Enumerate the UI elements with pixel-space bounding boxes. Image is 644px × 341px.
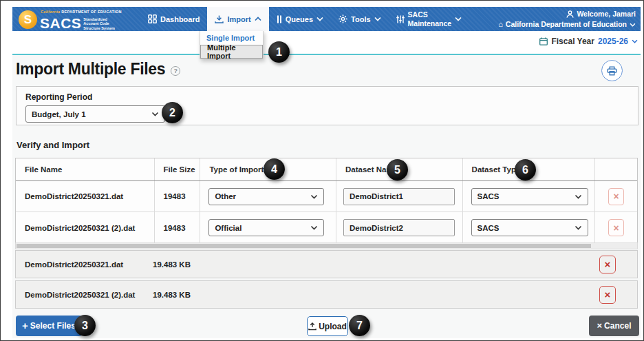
calendar-icon: [539, 37, 548, 45]
scrollbar-thumb[interactable]: [17, 244, 591, 248]
nav-sacs-maintenance-label: SACS Maintenance: [408, 10, 452, 27]
reporting-period-select[interactable]: Budget, July 1: [25, 105, 165, 123]
close-icon: ×: [605, 259, 611, 269]
type-of-import-value: Other: [215, 192, 236, 200]
actions-cell: ×: [595, 181, 637, 211]
menu-item-single-import[interactable]: Single Import: [200, 31, 263, 45]
multiple-import-label: Multiple Import: [207, 43, 256, 60]
person-icon: [566, 10, 574, 18]
user-block: Welcome, Jamari ⌂ California Department …: [498, 9, 636, 30]
callout-badge-7: 7: [349, 315, 370, 336]
selected-file-row: DemoDistrict20250321 (2).dat 19.483 KB ×: [15, 280, 638, 309]
welcome-text: Welcome, Jamari: [577, 9, 636, 19]
logo-subtitle-line1: Standardized: [83, 17, 115, 22]
tagline-rest: DEPARTMENT OF EDUCATION: [61, 10, 122, 14]
upload-button[interactable]: Upload: [307, 316, 348, 336]
dataset-type-select[interactable]: SACS: [471, 188, 588, 205]
actions-cell: ×: [595, 212, 637, 243]
print-button[interactable]: [601, 60, 623, 81]
nav-import-label: Import: [227, 15, 250, 23]
dataset-type-select[interactable]: SACS: [471, 219, 588, 236]
chevron-up-icon: [255, 17, 261, 21]
remove-file-button[interactable]: ×: [599, 286, 616, 304]
close-icon: ×: [613, 192, 619, 201]
dataset-name-input[interactable]: [343, 219, 455, 236]
nav-sacs-maintenance[interactable]: SACS Maintenance: [389, 7, 470, 31]
chevron-down-icon: [310, 225, 318, 230]
page-header: Import Multiple Files ?: [16, 60, 180, 79]
dataset-type-value: SACS: [477, 192, 500, 200]
tagline-brand: California: [41, 10, 60, 14]
file-size-cell: 19483: [155, 181, 201, 211]
maintenance-line1: SACS: [408, 10, 452, 19]
nav-queues[interactable]: Queues: [269, 7, 331, 31]
dataset-name-input[interactable]: [343, 188, 455, 205]
plus-icon: +: [22, 320, 28, 331]
close-icon: ×: [605, 289, 611, 300]
chevron-down-icon: [632, 39, 638, 43]
callout-badge-3: 3: [74, 315, 96, 336]
logo-tagline: California DEPARTMENT OF EDUCATION: [41, 10, 122, 14]
callout-badge-1: 1: [268, 41, 290, 63]
chevron-down-icon: [575, 225, 582, 230]
nav-dashboard[interactable]: Dashboard: [140, 7, 207, 31]
chevron-down-icon: [455, 17, 462, 21]
selected-file-name: DemoDistrict20250321.dat: [25, 260, 153, 269]
cancel-button[interactable]: × Cancel: [589, 316, 639, 336]
nav-dashboard-label: Dashboard: [160, 15, 200, 23]
chevron-down-icon: [310, 194, 318, 199]
printer-icon: [607, 66, 617, 76]
logo-subtitle: Standardized Account Code Structure Syst…: [83, 17, 115, 32]
close-icon: ×: [613, 223, 619, 233]
dataset-type-cell: SACS: [463, 212, 596, 243]
close-icon: ×: [597, 321, 603, 330]
gear-icon: [339, 14, 347, 23]
dataset-name-cell: [336, 181, 463, 211]
col-file-name: File Name: [16, 158, 155, 180]
selected-file-row: DemoDistrict20250321.dat 19.483 KB ×: [15, 250, 638, 278]
dashboard-grid-icon: [148, 14, 157, 23]
sliders-icon: [396, 15, 405, 23]
welcome-row: Welcome, Jamari: [498, 9, 636, 19]
type-of-import-select[interactable]: Other: [208, 188, 324, 205]
chevron-down-icon: [316, 17, 323, 21]
select-files-button[interactable]: + Select Files: [16, 316, 82, 336]
page-title: Import Multiple Files: [16, 60, 165, 79]
file-name-cell: DemoDistrict20250321 (2).dat: [16, 212, 155, 243]
verify-table-header: File Name File Size Type of Import Datas…: [16, 158, 637, 181]
type-of-import-cell: Other: [200, 181, 336, 211]
horizontal-scrollbar[interactable]: [15, 242, 638, 249]
dataset-type-cell: SACS: [463, 181, 596, 211]
selected-file-name: DemoDistrict20250321 (2).dat: [25, 291, 153, 299]
verify-and-import-heading: Verify and Import: [17, 140, 89, 150]
help-icon[interactable]: ?: [171, 66, 180, 76]
remove-row-button[interactable]: ×: [608, 219, 624, 236]
import-download-icon: [215, 15, 224, 23]
upload-icon: [308, 322, 316, 331]
nav-tools[interactable]: Tools: [331, 7, 389, 31]
nav-import[interactable]: Import: [207, 7, 268, 31]
callout-badge-6: 6: [515, 159, 536, 180]
remove-row-button[interactable]: ×: [608, 188, 624, 205]
fiscal-year-value: 2025-26: [598, 37, 628, 46]
logo-subtitle-line2: Account Code: [83, 21, 115, 26]
reporting-period-value: Budget, July 1: [32, 110, 86, 118]
reporting-period-panel: Reporting Period Budget, July 1: [16, 86, 638, 125]
col-file-size: File Size: [155, 158, 201, 180]
logo-mark: S: [24, 13, 32, 27]
menu-item-multiple-import[interactable]: Multiple Import: [200, 45, 263, 59]
home-icon: ⌂: [498, 21, 503, 28]
org-selector[interactable]: ⌂ California Department of Education: [498, 19, 636, 30]
select-files-label: Select Files: [30, 321, 76, 331]
verify-table-row: DemoDistrict20250321 (2).dat 19483 Offic…: [16, 212, 637, 243]
type-of-import-select[interactable]: Official: [208, 219, 324, 236]
remove-file-button[interactable]: ×: [599, 256, 616, 273]
main-nav: Dashboard Import Queues: [140, 7, 469, 31]
fiscal-year-selector[interactable]: Fiscal Year 2025-26: [539, 37, 638, 46]
sacs-logo[interactable]: S California DEPARTMENT OF EDUCATION SAC…: [19, 8, 122, 31]
dataset-name-cell: [336, 212, 463, 243]
dataset-type-value: SACS: [477, 224, 500, 232]
logo-text: California DEPARTMENT OF EDUCATION SACS …: [40, 8, 122, 31]
callout-badge-5: 5: [387, 159, 408, 180]
verify-table: File Name File Size Type of Import Datas…: [15, 158, 638, 244]
